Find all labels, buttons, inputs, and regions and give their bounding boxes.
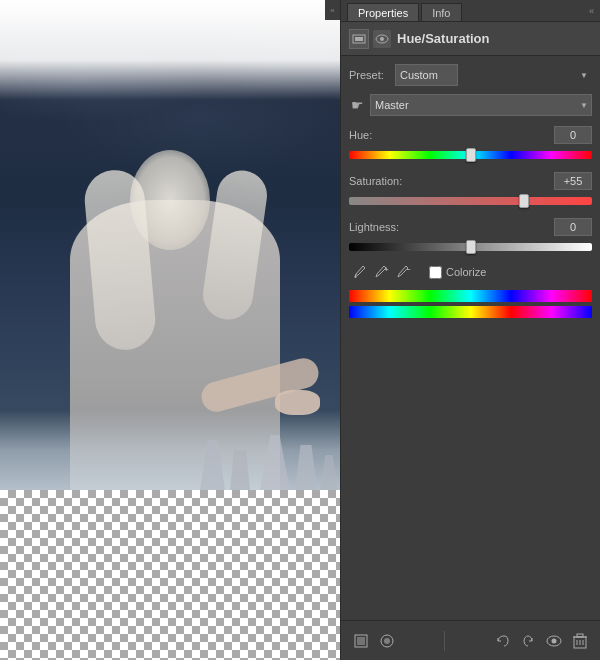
lightness-thumb[interactable]: [466, 240, 476, 254]
colorize-checkbox[interactable]: [429, 266, 442, 279]
previous-state-icon[interactable]: [490, 629, 514, 653]
panel-header: Hue/Saturation: [341, 22, 600, 56]
panel-content: Preset: Custom Default Cyanotype Old Sty…: [341, 56, 600, 330]
svg-point-3: [380, 37, 384, 41]
saturation-slider-container[interactable]: [349, 194, 592, 208]
panel-tabs: Properties Info «: [341, 0, 600, 22]
color-bars: [349, 290, 592, 318]
svg-point-10: [384, 638, 390, 644]
saturation-track: [349, 197, 592, 205]
svg-rect-15: [577, 634, 583, 637]
toolbar-right-group: [490, 629, 592, 653]
svg-point-4: [355, 276, 357, 278]
eyedropper-add-icon[interactable]: +: [375, 264, 391, 280]
adjustment-layer-icon[interactable]: [349, 629, 373, 653]
toolbar-divider: [444, 631, 445, 651]
properties-panel: Properties Info « Hue/Saturation Preset:: [340, 0, 600, 660]
colorize-label: Colorize: [446, 266, 486, 278]
bottom-toolbar: [341, 620, 600, 660]
hue-label: Hue:: [349, 129, 372, 141]
tab-info[interactable]: Info: [421, 3, 461, 21]
saturation-slider-row: Saturation:: [349, 172, 592, 208]
rocks: [0, 430, 340, 490]
hue-label-row: Hue:: [349, 126, 592, 144]
channel-select[interactable]: Master Reds Yellows Greens Cyans Blues M…: [370, 94, 592, 116]
reset-icon[interactable]: [516, 629, 540, 653]
tab-properties[interactable]: Properties: [347, 3, 419, 21]
eye-visibility-icon[interactable]: [542, 629, 566, 653]
svg-point-12: [552, 638, 557, 643]
preset-select[interactable]: Custom Default Cyanotype Old Style Sepia: [395, 64, 458, 86]
white-top: [0, 0, 340, 100]
channel-row: ☛ Master Reds Yellows Greens Cyans Blues…: [349, 94, 592, 116]
hue-value-input[interactable]: [554, 126, 592, 144]
panel-collapse-arrow[interactable]: «: [325, 0, 340, 20]
lightness-label: Lightness:: [349, 221, 399, 233]
delete-icon[interactable]: [568, 629, 592, 653]
eyedropper-subtract-icon[interactable]: −: [397, 264, 413, 280]
visibility-toggle[interactable]: [373, 30, 391, 48]
hue-track: [349, 151, 592, 159]
channel-select-wrapper: Master Reds Yellows Greens Cyans Blues M…: [370, 94, 592, 116]
svg-rect-1: [355, 37, 363, 41]
mask-icon[interactable]: [375, 629, 399, 653]
svg-text:+: +: [384, 265, 389, 274]
colorize-row: + − Colorize: [349, 264, 592, 280]
eyedropper-icon[interactable]: [353, 264, 369, 280]
layer-icon: [349, 29, 369, 49]
hue-slider-row: Hue:: [349, 126, 592, 162]
result-hue-bar: [349, 306, 592, 318]
lightness-slider-row: Lightness:: [349, 218, 592, 254]
panel-collapse-button[interactable]: «: [583, 4, 600, 18]
preset-select-arrow: ▼: [580, 71, 588, 80]
toolbar-left-group: [349, 629, 399, 653]
lightness-label-row: Lightness:: [349, 218, 592, 236]
saturation-thumb[interactable]: [519, 194, 529, 208]
svg-rect-8: [357, 637, 365, 645]
source-hue-bar: [349, 290, 592, 302]
saturation-value-input[interactable]: [554, 172, 592, 190]
transparent-area: [0, 490, 340, 660]
lightness-track: [349, 243, 592, 251]
saturation-label-row: Saturation:: [349, 172, 592, 190]
hue-thumb[interactable]: [466, 148, 476, 162]
hand-tool-icon[interactable]: ☛: [351, 97, 364, 113]
saturation-label: Saturation:: [349, 175, 402, 187]
svg-text:−: −: [406, 265, 411, 274]
canvas-area: [0, 0, 340, 660]
preset-label: Preset:: [349, 69, 389, 81]
panel-title: Hue/Saturation: [397, 31, 489, 46]
hue-slider-container[interactable]: [349, 148, 592, 162]
preset-row: Preset: Custom Default Cyanotype Old Sty…: [349, 64, 592, 86]
lightness-slider-container[interactable]: [349, 240, 592, 254]
preset-select-wrapper: Custom Default Cyanotype Old Style Sepia…: [395, 64, 592, 86]
lightness-value-input[interactable]: [554, 218, 592, 236]
